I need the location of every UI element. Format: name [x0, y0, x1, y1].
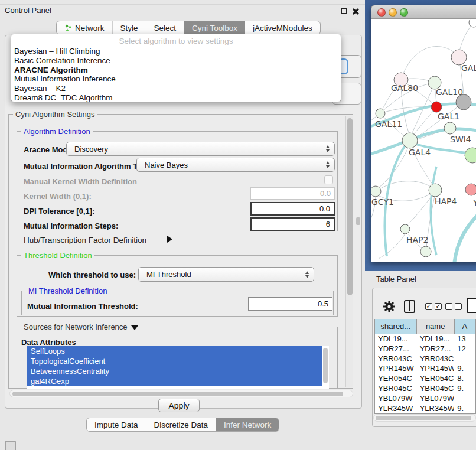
mi-steps-field[interactable]: 6 — [250, 217, 335, 231]
expand-right-icon[interactable] — [167, 236, 172, 243]
attribute-item-gal4rgexp[interactable]: gal4RGexp — [27, 376, 322, 386]
algorithm-option-dream8-dc-tdc-algorithm[interactable]: Dream8 DC_TDC Algorithm — [11, 93, 341, 102]
attribute-item-selfloops[interactable]: SelfLoops — [27, 346, 322, 356]
unchecked-box-icon[interactable] — [455, 303, 462, 310]
mi-threshold-label: Mutual Information Threshold: — [27, 302, 138, 311]
cyni-bottom-tabbar: Impute DataDiscretize DataInfer Network — [86, 418, 279, 432]
bottom-tab-discretize-data[interactable]: Discretize Data — [146, 418, 217, 431]
manual-kernel-checkbox[interactable] — [324, 175, 333, 184]
network-node[interactable] — [465, 148, 476, 163]
table-row[interactable]: YER054CYER054C8. — [375, 374, 475, 384]
split-pane-handle[interactable] — [356, 217, 360, 225]
table-panel-title: Table Panel — [376, 275, 416, 283]
algorithm-option-mutual-information-inference[interactable]: Mutual Information Inference — [11, 74, 341, 84]
table-row[interactable]: YDL19...YDL19...13 — [375, 334, 475, 344]
node-label: HAP4 — [435, 197, 457, 206]
attribute-item-betweennesscentrality[interactable]: BetweennessCentrality — [27, 366, 322, 376]
mi-type-label: Mutual Information Algorithm Type: — [24, 162, 153, 171]
network-node-hap4[interactable] — [429, 184, 442, 197]
minimize-traffic-light[interactable] — [389, 8, 397, 17]
table-row[interactable]: YBR045CYBR045C9. — [375, 384, 475, 394]
close-traffic-light[interactable] — [377, 8, 386, 17]
minimized-panel-icon[interactable] — [5, 441, 16, 450]
column-header-name[interactable]: name — [417, 319, 455, 334]
node-label: Y — [472, 198, 476, 207]
tab-cyni-toolbox[interactable]: Cyni Toolbox — [184, 21, 245, 34]
vertical-scroll-thumb[interactable] — [347, 118, 353, 295]
tab-label: Network — [75, 24, 105, 32]
table-cell: YDL19... — [375, 334, 417, 344]
tab-network[interactable]: Network — [57, 21, 113, 34]
tab-label: Cyni Toolbox — [192, 24, 237, 32]
column-header-shared[interactable]: shared... — [375, 319, 417, 334]
column-header-a[interactable]: A — [455, 319, 475, 334]
mi-type-combobox[interactable]: Naive Bayes — [136, 158, 335, 172]
aracne-mode-value: Discovery — [74, 145, 108, 154]
aracne-mode-combobox[interactable]: Discovery — [66, 142, 335, 156]
network-node-gcy1[interactable] — [371, 186, 381, 197]
table-cell: YPR145W — [375, 364, 417, 374]
table-row[interactable]: YLR345WYLR345W9. — [375, 404, 475, 414]
table-horizontal-scrollbar[interactable] — [373, 414, 476, 422]
new-document-icon[interactable] — [467, 298, 476, 313]
float-window-button[interactable] — [341, 8, 347, 14]
table-scroll-thumb[interactable] — [376, 416, 471, 420]
network-node-swi4[interactable] — [444, 122, 456, 134]
apply-button[interactable]: Apply — [158, 399, 200, 412]
network-node-gal11[interactable] — [376, 109, 385, 118]
network-node-gal1[interactable] — [431, 102, 442, 112]
table-cell — [454, 394, 475, 404]
node-label: HAP2 — [406, 235, 428, 244]
table-row[interactable]: YDR27...YDR27...12 — [375, 344, 475, 354]
algorithm-dropdown-popup: Select algorithm to view settings Bayesi… — [11, 34, 341, 102]
table-row[interactable]: YBL079WYBL079W — [375, 394, 475, 404]
horizontal-scroll-thumb[interactable] — [12, 392, 343, 396]
settings-vertical-scrollbar[interactable] — [345, 116, 353, 387]
algorithm-option-bayesian-hill-climbing[interactable]: Bayesian – Hill Climbing — [11, 47, 341, 56]
algorithm-option-list: Bayesian – Hill ClimbingBasic Correlatio… — [11, 47, 341, 102]
network-canvas[interactable]: GALGAL80GAL10GAL1GAL11SWI4GAL4GCY1HAP4YH… — [371, 19, 476, 262]
network-tree-icon — [64, 24, 72, 32]
table-row[interactable]: YPR145WYPR145W9. — [375, 364, 475, 374]
network-node[interactable] — [456, 94, 471, 110]
table-cell: YBL079W — [375, 394, 417, 404]
table-row[interactable]: YBR043CYBR043C — [375, 354, 475, 364]
attribute-item-topologicalcoefficient[interactable]: TopologicalCoefficient — [27, 356, 322, 366]
dpi-tolerance-field[interactable]: 0.0 — [250, 202, 335, 216]
close-panel-button[interactable] — [351, 7, 360, 15]
bottom-tab-impute-data[interactable]: Impute Data — [87, 418, 146, 431]
checked-box-icon[interactable]: ✓ — [425, 303, 432, 310]
algorithm-option-basic-correlation-inference[interactable]: Basic Correlation Inference — [11, 56, 341, 66]
network-edge — [407, 195, 433, 225]
tab-jactivemnodules[interactable]: jActiveMNodules — [245, 21, 320, 34]
network-node[interactable] — [469, 19, 476, 27]
collapse-down-icon[interactable] — [131, 325, 138, 330]
network-window-titlebar[interactable] — [371, 5, 476, 19]
kernel-width-field[interactable]: 0.0 — [250, 187, 335, 200]
checked-box-icon[interactable]: ✓ — [435, 303, 442, 310]
node-attribute-table: shared...nameAYDL19...YDL19...13YDR27...… — [374, 319, 476, 414]
tab-style[interactable]: Style — [113, 21, 146, 34]
attributes-scroll-thumb[interactable] — [323, 348, 328, 383]
table-cell: 13 — [454, 334, 475, 344]
network-node-gal4[interactable] — [402, 133, 418, 148]
bottom-tab-infer-network[interactable]: Infer Network — [216, 418, 279, 431]
network-node-y[interactable] — [465, 184, 476, 195]
network-node[interactable] — [420, 246, 431, 257]
node-label: GAL11 — [375, 119, 402, 129]
split-columns-icon[interactable] — [404, 300, 415, 313]
threshold-type-combobox[interactable]: MI Threshold — [138, 267, 314, 282]
gear-icon[interactable] — [383, 299, 396, 314]
unchecked-box-icon[interactable] — [445, 303, 452, 310]
algorithm-option-bayesian-k2[interactable]: Bayesian – K2 — [11, 84, 341, 93]
table-cell: 9. — [454, 404, 475, 414]
zoom-traffic-light[interactable] — [400, 8, 408, 17]
table-panel-toolbar: ✓ ✓ — [373, 298, 476, 318]
settings-horizontal-scrollbar[interactable] — [9, 390, 353, 397]
algorithm-option-aracne-algorithm[interactable]: ARACNE Algorithm — [11, 66, 341, 75]
mi-threshold-field[interactable]: 0.5 — [248, 297, 332, 311]
table-cell: YDR27... — [375, 344, 417, 354]
network-node-hap2[interactable] — [400, 224, 410, 234]
table-cell — [454, 354, 475, 364]
tab-select[interactable]: Select — [146, 21, 185, 34]
